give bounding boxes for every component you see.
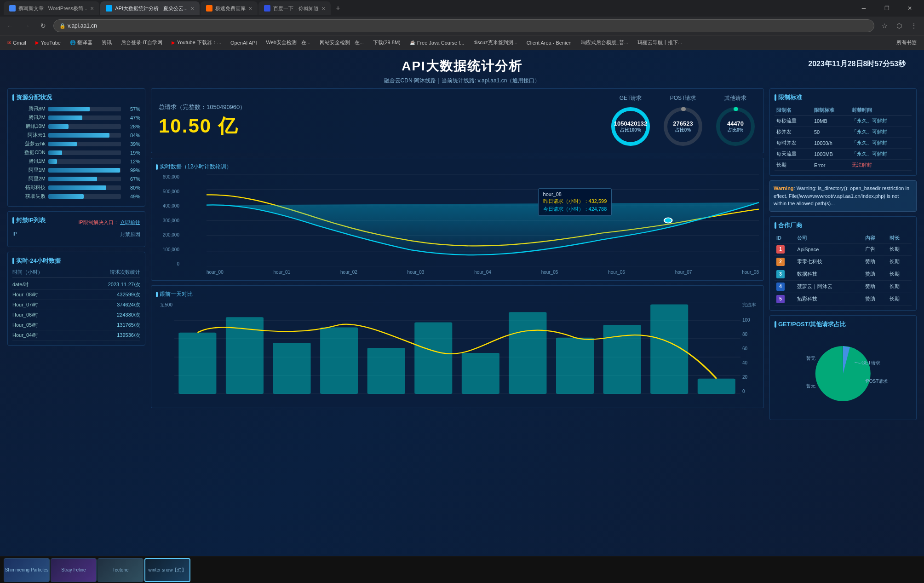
warning-overlay: Warning: Warning: is_directory(): open_b… — [769, 180, 917, 212]
tab-1-close[interactable]: ✕ — [90, 6, 94, 11]
bookmark-nav[interactable]: 玛丽云导航丨推下... — [634, 38, 686, 48]
partners-tbody: 1 ApiSpace 广告 长期 2 零零七科技 赞助 长期 3 数据科技 赞助… — [775, 243, 912, 305]
rt-row: Hour_04/时 139536/次 — [12, 330, 140, 341]
bottom-thumb-3[interactable]: Tectone — [98, 558, 143, 582]
partner-content: 赞助 — [863, 268, 887, 280]
bookmark-client[interactable]: Client Area - Benien — [523, 38, 575, 48]
resource-bar-fill — [48, 107, 90, 111]
bottom-thumb-2[interactable]: Stray Feline — [51, 558, 97, 582]
extension-icon[interactable]: ⬡ — [893, 19, 906, 32]
blocked-ip-col-ip: IP — [12, 231, 17, 238]
bottom-thumb-4[interactable]: winter snow【幻】 — [144, 558, 190, 582]
svg-text:暂无: 暂无 — [806, 356, 815, 361]
bookmark-translate[interactable]: 🌐 翻译器 — [66, 38, 96, 48]
partner-duration: 长期 — [888, 268, 912, 280]
partner-id: 1 — [775, 243, 795, 255]
blocked-ip-section: 封禁IP列表 IP限制解决入口： 立即前往 IP 封禁原因 — [7, 211, 145, 247]
other-pct: 占比0% — [727, 127, 744, 133]
bookmark-news[interactable]: 资讯 — [98, 38, 115, 48]
resource-pct: 80% — [124, 185, 140, 190]
resource-pct: 57% — [124, 106, 140, 112]
limit-duration: 「永久」可解封 — [850, 138, 912, 149]
bookmark-download[interactable]: 下载(29.8M) — [369, 38, 404, 48]
tab-3[interactable]: 极速免费画库 ✕ — [201, 1, 258, 15]
y-axis-labels: 600,000 500,000 400,000 300,000 200,000 … — [156, 174, 181, 266]
bookmark-gmail[interactable]: ✉ Gmail — [4, 38, 30, 48]
tab-4[interactable]: 百度一下，你就知道 ✕ — [258, 1, 331, 15]
svg-text:POST请求: POST请求 — [866, 379, 888, 384]
bookmark-discuz[interactable]: discuz克米签到测... — [470, 38, 521, 48]
address-input[interactable]: 🔒 v.api.aa1.cn — [53, 19, 874, 32]
reload-button[interactable]: ↻ — [37, 19, 50, 32]
rt-value: 2023-11-27/次 — [108, 281, 140, 288]
new-tab-button[interactable]: + — [332, 2, 344, 15]
resource-pct: 12% — [124, 159, 140, 164]
resource-name: 获取失败 — [12, 193, 46, 200]
blocked-ip-header: 封禁IP列表 IP限制解决入口： 立即前往 — [12, 216, 140, 228]
total-requests-number: 10.50 亿 — [159, 113, 246, 139]
resource-bar-bg — [48, 124, 121, 129]
ip-limit-link[interactable]: 立即前往 — [120, 219, 140, 225]
tab-bar: 撰写新文章 - WordPress极简... ✕ API大数据统计分析 - 夏朵… — [0, 0, 924, 17]
get-circle: 1050420132 占比100% — [610, 106, 651, 147]
partner-company: 数据科技 — [795, 268, 863, 280]
resource-name: 数据CDN — [12, 149, 46, 156]
rt-row: Hour_05/时 131765/次 — [12, 320, 140, 330]
forward-button[interactable]: → — [20, 19, 33, 32]
partner-col-content: 内容 — [863, 233, 887, 243]
restore-button[interactable]: ❐ — [876, 2, 897, 15]
svg-rect-22 — [273, 343, 310, 394]
bookmark-ytdl[interactable]: ▶ Youtube 下载器：... — [168, 38, 225, 48]
close-button[interactable]: ✕ — [899, 2, 920, 15]
partner-duration: 长期 — [888, 280, 912, 293]
bookmark-java[interactable]: ☕ Free Java Course f... — [406, 38, 468, 48]
bar-chart-main: 123456789101112 — [174, 302, 740, 394]
partner-id: 4 — [775, 280, 795, 293]
window-controls: ─ ❐ ✕ — [853, 2, 920, 15]
partner-row: 3 数据科技 赞助 长期 — [775, 268, 912, 280]
bookmark-websec[interactable]: Web安全检测 - 在... — [263, 38, 314, 48]
other-label: 其他请求 — [724, 94, 746, 102]
bookmark-responsive[interactable]: 响应式后台模版_普... — [577, 38, 632, 48]
minimize-button[interactable]: ─ — [853, 2, 874, 15]
bookmark-youtube[interactable]: ▶ YouTube — [32, 38, 64, 48]
bookmark-all-label: 所有书签 — [896, 39, 917, 46]
ytdl-icon: ▶ — [172, 40, 175, 45]
tab-3-favicon — [206, 5, 212, 12]
rt-value: 432599/次 — [117, 291, 140, 298]
resource-bar-bg — [48, 107, 121, 111]
resource-pct: 84% — [124, 133, 140, 138]
limit-name: 长期 — [775, 160, 812, 171]
resource-name: 腾讯1M — [12, 158, 46, 165]
bookmark-sitesec[interactable]: 网站安全检测 - 在... — [316, 38, 367, 48]
pie-area: GET请求 POST请求 暂无 暂无 — [775, 332, 912, 415]
resource-name: 菠萝云hk — [12, 140, 46, 147]
bottom-thumb-1[interactable]: Shimmering Particles — [4, 558, 50, 582]
resource-bar-bg — [48, 194, 121, 199]
limit-col-standard: 限制标准 — [812, 105, 850, 115]
bookmark-star-icon[interactable]: ☆ — [878, 19, 891, 32]
resource-bar-bg — [48, 115, 121, 120]
bookmark-openai[interactable]: OpenAI API — [227, 38, 260, 48]
tab-2[interactable]: API大数据统计分析 - 夏朵公云... ✕ — [100, 1, 200, 15]
tab-3-close[interactable]: ✕ — [248, 6, 252, 11]
bookmark-all[interactable]: 所有书签 — [893, 38, 920, 48]
resource-item: 阿沐云1 84% — [12, 132, 140, 139]
ip-limit-warning: IP限制解决入口： 立即前往 — [79, 219, 140, 226]
back-button[interactable]: ← — [4, 19, 17, 32]
resource-bar-bg — [48, 133, 121, 138]
bookmark-news-label: 资讯 — [102, 39, 112, 46]
partners-title: 合作厂商 — [775, 221, 912, 230]
bookmark-nav-label: 玛丽云导航丨推下... — [637, 39, 682, 46]
tooltip-hour: hour_08 — [543, 191, 607, 197]
pie-svg: GET请求 POST请求 暂无 暂无 — [797, 337, 889, 410]
tab-4-close[interactable]: ✕ — [321, 6, 325, 11]
tab-1[interactable]: 撰写新文章 - WordPress极简... ✕ — [4, 1, 99, 15]
pie-section: GET/POST/其他请求占比 GET请求 POST请求 暂无 暂无 — [769, 315, 917, 420]
other-value: 44470 — [727, 120, 744, 127]
bookmark-admin[interactable]: 后台登录·IT自学网 — [117, 38, 166, 48]
bookmark-responsive-label: 响应式后台模版_普... — [581, 39, 628, 46]
tab-2-close[interactable]: ✕ — [190, 6, 194, 11]
settings-icon[interactable]: ⋮ — [907, 19, 920, 32]
limit-row: 秒并发 50 「永久」可解封 — [775, 127, 912, 138]
